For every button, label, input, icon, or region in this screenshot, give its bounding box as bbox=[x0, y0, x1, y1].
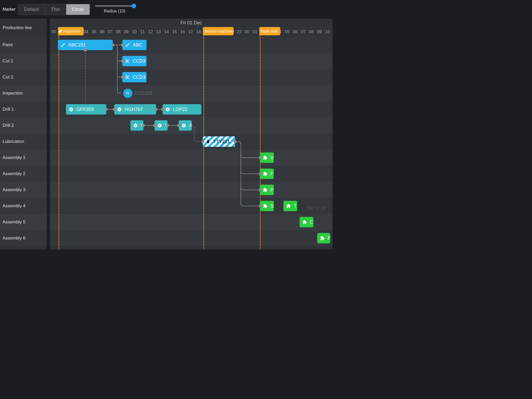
sidebar-row: Drill 2 bbox=[0, 117, 47, 134]
hour-cell: 00 bbox=[50, 27, 58, 37]
radius-slider[interactable] bbox=[95, 5, 134, 7]
marker-default-button[interactable]: Default bbox=[18, 4, 45, 15]
connector-endpoint[interactable] bbox=[121, 43, 124, 46]
sidebar-row: Lubrication bbox=[0, 134, 47, 150]
connector-endpoint[interactable] bbox=[113, 108, 116, 111]
connector-endpoint[interactable] bbox=[111, 43, 114, 46]
sidebar-row: Paint bbox=[0, 37, 47, 53]
gear-icon bbox=[114, 107, 125, 112]
task-label: HGH767 bbox=[125, 107, 145, 112]
connector-endpoint[interactable] bbox=[161, 108, 164, 111]
scissors-icon bbox=[122, 59, 133, 63]
connector-endpoint[interactable] bbox=[153, 124, 156, 127]
hour-cell: 06 bbox=[291, 27, 300, 37]
marker-line bbox=[260, 35, 261, 249]
diamond-icon bbox=[58, 29, 62, 33]
hour-cell: 11 bbox=[138, 27, 147, 37]
task-bar[interactable]: P bbox=[317, 233, 330, 243]
timeline[interactable]: Fri 01 Dec 00010203040506070809101112131… bbox=[50, 19, 332, 249]
gear-icon bbox=[163, 107, 173, 112]
task-bar[interactable]: C bbox=[300, 217, 313, 227]
hour-cell: 17 bbox=[187, 27, 195, 37]
time-marker[interactable]: Inspection bbox=[58, 27, 84, 35]
task-bar[interactable]: N bbox=[130, 120, 143, 131]
time-marker[interactable]: Night shift bbox=[259, 27, 280, 35]
task-bar[interactable]: T bbox=[283, 201, 297, 211]
connector-endpoint[interactable] bbox=[258, 188, 262, 191]
hour-cell: 10 bbox=[130, 27, 138, 37]
task-bar[interactable]: GFK359 bbox=[66, 104, 106, 115]
connector-endpoint[interactable] bbox=[258, 204, 262, 208]
timeline-row: V bbox=[50, 150, 332, 166]
connector-endpoint[interactable] bbox=[177, 124, 180, 127]
task-bar[interactable]: V bbox=[155, 120, 168, 131]
task-bar[interactable]: ABC bbox=[122, 40, 147, 50]
task-label: P bbox=[270, 187, 274, 193]
brush-icon bbox=[122, 43, 133, 47]
time-marker[interactable]: Service machines bbox=[203, 27, 234, 35]
task-bar[interactable]: A bbox=[179, 120, 192, 131]
hour-cell: 07 bbox=[106, 27, 114, 37]
drop-icon bbox=[203, 139, 213, 144]
connector-endpoint[interactable] bbox=[155, 108, 158, 111]
hour-cell: 12 bbox=[147, 27, 155, 37]
timeline-row: P bbox=[50, 182, 332, 198]
task-bar[interactable]: S bbox=[260, 201, 274, 211]
connector-endpoint[interactable] bbox=[121, 76, 124, 79]
milestone-circle[interactable] bbox=[123, 89, 132, 98]
connector-endpoint[interactable] bbox=[142, 124, 145, 127]
task-label: CCD3 bbox=[133, 58, 147, 64]
timeline-header: Fri 01 Dec 00010203040506070809101112131… bbox=[50, 19, 332, 37]
resource-sidebar: Production line PaintCut 1Cut 2Inspectio… bbox=[0, 19, 47, 249]
puzzle-icon bbox=[260, 171, 270, 176]
hour-cell: 08 bbox=[308, 27, 316, 37]
task-label: F bbox=[270, 171, 274, 177]
hour-cell: 10 bbox=[324, 27, 332, 37]
gear-icon bbox=[130, 123, 141, 128]
connector-endpoint[interactable] bbox=[84, 49, 87, 52]
marker-thin-button[interactable]: Thin bbox=[45, 4, 66, 15]
task-label: LOP22 bbox=[173, 107, 190, 112]
hour-cell: 14 bbox=[163, 27, 171, 37]
task-label: ABC bbox=[133, 42, 144, 48]
sidebar-row: Cut 1 bbox=[0, 53, 47, 69]
radius-slider-label: Radius (10) bbox=[104, 9, 125, 14]
timeline-row: P bbox=[50, 230, 332, 246]
hour-cell: 09 bbox=[122, 27, 130, 37]
connector-endpoint[interactable] bbox=[105, 108, 108, 111]
timeline-row: F bbox=[50, 166, 332, 182]
timeline-row: C bbox=[50, 214, 332, 230]
marker-button-group: Default Thin Circle bbox=[18, 4, 90, 15]
connector-endpoint[interactable] bbox=[121, 59, 124, 63]
marker-circle-button[interactable]: Circle bbox=[66, 4, 90, 15]
brush-icon bbox=[58, 43, 68, 47]
hour-cell: 06 bbox=[98, 27, 106, 37]
connector-endpoint[interactable] bbox=[201, 140, 204, 143]
task-bar[interactable]: P bbox=[260, 185, 274, 195]
gear-icon bbox=[155, 123, 165, 128]
splitter[interactable] bbox=[47, 19, 50, 249]
connector-endpoint[interactable] bbox=[258, 172, 262, 175]
marker-label: Service machines bbox=[204, 29, 234, 33]
hour-cell: 00 bbox=[243, 27, 251, 37]
connector-endpoint[interactable] bbox=[258, 156, 262, 159]
gear-icon bbox=[66, 107, 76, 112]
task-bar[interactable]: HGH767 bbox=[114, 104, 156, 115]
milestone-label: CCD329 bbox=[135, 91, 152, 96]
task-label: C bbox=[310, 220, 313, 225]
radius-slider-thumb[interactable] bbox=[131, 4, 136, 8]
connector-endpoint[interactable] bbox=[166, 124, 169, 127]
task-bar[interactable]: CCD3 bbox=[122, 72, 147, 82]
task-bar[interactable]: TTY221 bbox=[203, 136, 235, 147]
task-bar[interactable]: CCD3 bbox=[122, 56, 147, 66]
gear-icon bbox=[179, 123, 189, 128]
task-bar[interactable]: LOP22 bbox=[163, 104, 201, 115]
connector-endpoint[interactable] bbox=[234, 140, 237, 143]
puzzle-icon bbox=[300, 220, 310, 224]
task-bar[interactable]: F bbox=[260, 169, 274, 179]
task-bar[interactable]: V bbox=[260, 152, 274, 163]
timeline-row: ABC101ABC bbox=[50, 37, 332, 53]
timeline-row: CCD329 bbox=[50, 85, 332, 101]
hour-cell: 18 bbox=[195, 27, 203, 37]
sidebar-row: Assembly 4 bbox=[0, 198, 47, 214]
